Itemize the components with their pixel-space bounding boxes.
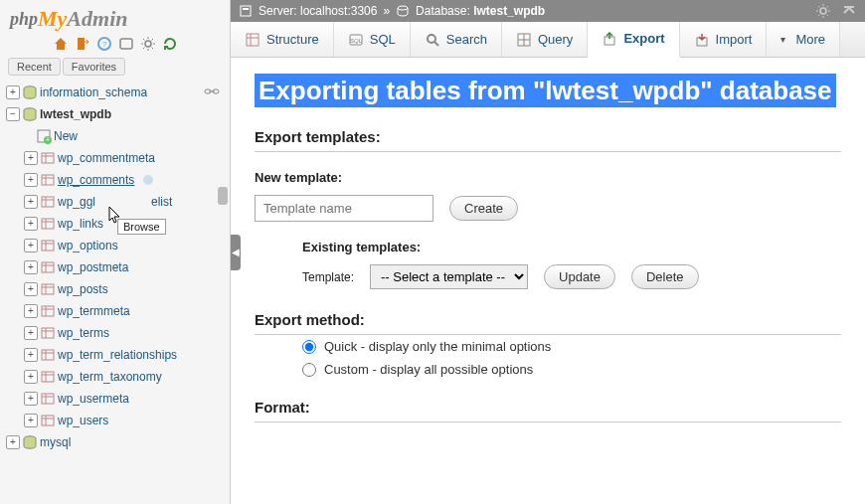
expand-icon[interactable]: + <box>24 326 38 340</box>
settings-icon[interactable] <box>140 36 156 52</box>
template-name-input[interactable] <box>255 195 433 222</box>
svg-text:?: ? <box>101 40 106 49</box>
svg-rect-29 <box>42 262 54 272</box>
logo[interactable]: php My Admin <box>0 0 230 34</box>
table-label-masked: wp_ggl <box>58 195 95 209</box>
expand-icon[interactable]: + <box>6 435 20 449</box>
table-node[interactable]: +wp_usermeta <box>0 391 230 407</box>
table-icon <box>40 391 56 407</box>
expand-icon[interactable]: + <box>24 370 38 384</box>
table-node-wp-comments[interactable]: +wp_comments <box>0 172 230 188</box>
database-icon <box>22 106 38 122</box>
menu-import[interactable]: Import <box>680 22 768 57</box>
radio-quick-row[interactable]: Quick - display only the minimal options <box>255 335 841 358</box>
table-node[interactable]: +wp_term_relationships <box>0 347 230 363</box>
collapse-icon[interactable]: − <box>6 107 20 121</box>
table-node[interactable]: +wp_gglelist <box>0 194 230 210</box>
template-select[interactable]: -- Select a template -- <box>370 264 528 289</box>
database-icon <box>22 84 38 100</box>
create-button[interactable]: Create <box>449 196 518 221</box>
svg-rect-0 <box>78 38 85 50</box>
menu-sql[interactable]: SQLSQL <box>334 22 411 57</box>
docs-icon[interactable]: ? <box>96 36 112 52</box>
sql-help-icon[interactable] <box>118 36 134 52</box>
tab-favorites[interactable]: Favorites <box>63 58 125 76</box>
menu-structure[interactable]: Structure <box>231 22 334 57</box>
breadcrumb-server[interactable]: Server: localhost:3306 <box>259 4 377 18</box>
table-node[interactable]: +wp_links <box>0 216 230 232</box>
tab-recent[interactable]: Recent <box>8 58 61 76</box>
svg-rect-44 <box>42 372 54 382</box>
table-icon <box>40 281 56 297</box>
expand-icon[interactable]: + <box>24 282 38 296</box>
svg-rect-26 <box>42 241 54 251</box>
collapse-top-icon[interactable] <box>841 3 857 19</box>
db-node-information-schema[interactable]: + information_schema <box>0 84 230 100</box>
table-icon <box>40 172 56 188</box>
table-icon <box>40 259 56 275</box>
new-icon: + <box>36 128 52 144</box>
reload-icon[interactable] <box>162 36 178 52</box>
expand-icon[interactable]: + <box>24 151 38 165</box>
menu-query[interactable]: Query <box>502 22 588 57</box>
table-label: wp_users <box>58 414 108 427</box>
breadcrumb-database[interactable]: Database: lwtest_wpdb <box>416 4 545 18</box>
db-node-mysql[interactable]: + mysql <box>0 434 230 450</box>
quick-icons: ? <box>0 34 230 58</box>
logo-admin: Admin <box>67 6 127 32</box>
svg-line-65 <box>434 42 438 46</box>
page-title: Exporting tables from "lwtest_wpdb" data… <box>255 74 836 107</box>
collapse-sidebar-handle[interactable]: ◀ <box>231 235 241 270</box>
table-node[interactable]: +wp_postmeta <box>0 259 230 275</box>
table-node[interactable]: +wp_term_taxonomy <box>0 369 230 385</box>
expand-icon[interactable]: + <box>24 392 38 406</box>
expand-icon[interactable]: + <box>24 195 38 209</box>
structure-icon <box>245 32 260 48</box>
expand-icon[interactable]: + <box>24 260 38 274</box>
radio-custom-row[interactable]: Custom - display all possible options <box>255 358 841 381</box>
section-export-method: Export method: <box>255 311 841 335</box>
page-settings-icon[interactable] <box>815 3 831 19</box>
table-icon <box>40 238 56 253</box>
menu-more[interactable]: More <box>767 22 840 57</box>
expand-icon[interactable]: + <box>24 239 38 252</box>
expand-icon[interactable]: + <box>24 304 38 318</box>
database-icon <box>22 434 38 450</box>
sidebar: php My Admin ? Recent Favorites + inform… <box>0 0 231 504</box>
expand-icon[interactable]: + <box>6 85 20 99</box>
menu-export[interactable]: Export <box>588 22 679 58</box>
table-node[interactable]: +wp_terms <box>0 325 230 341</box>
new-table-link[interactable]: + New <box>0 128 230 144</box>
svg-text:+: + <box>46 136 50 143</box>
expand-icon[interactable]: + <box>24 217 38 231</box>
db-label: mysql <box>40 435 71 449</box>
svg-point-56 <box>398 6 408 10</box>
radio-quick[interactable] <box>302 340 316 354</box>
breadcrumb-sep: » <box>383 4 390 18</box>
table-node[interactable]: +wp_posts <box>0 281 230 297</box>
table-node[interactable]: +wp_users <box>0 413 230 428</box>
table-node[interactable]: +wp_options <box>0 238 230 253</box>
table-node[interactable]: +wp_termmeta <box>0 303 230 319</box>
table-icon <box>40 347 56 363</box>
db-node-lwtest-wpdb[interactable]: − lwtest_wpdb <box>0 106 230 122</box>
svg-rect-54 <box>241 6 251 16</box>
menu-search[interactable]: Search <box>411 22 502 57</box>
table-label: wp_posts <box>58 282 108 296</box>
logout-icon[interactable] <box>75 36 90 52</box>
expand-icon[interactable]: + <box>24 414 38 427</box>
update-button[interactable]: Update <box>544 264 615 289</box>
home-icon[interactable] <box>53 36 69 52</box>
svg-point-64 <box>428 35 435 43</box>
table-node[interactable]: +wp_commentmeta <box>0 150 230 166</box>
new-label: New <box>54 129 78 143</box>
radio-custom[interactable] <box>302 363 316 377</box>
expand-icon[interactable]: + <box>24 173 38 187</box>
server-icon <box>239 4 253 18</box>
hint-icon <box>142 174 154 186</box>
table-icon <box>40 413 56 428</box>
expand-icon[interactable]: + <box>24 348 38 362</box>
delete-button[interactable]: Delete <box>631 264 699 289</box>
svg-point-19 <box>143 175 153 185</box>
db-label: information_schema <box>40 85 147 99</box>
